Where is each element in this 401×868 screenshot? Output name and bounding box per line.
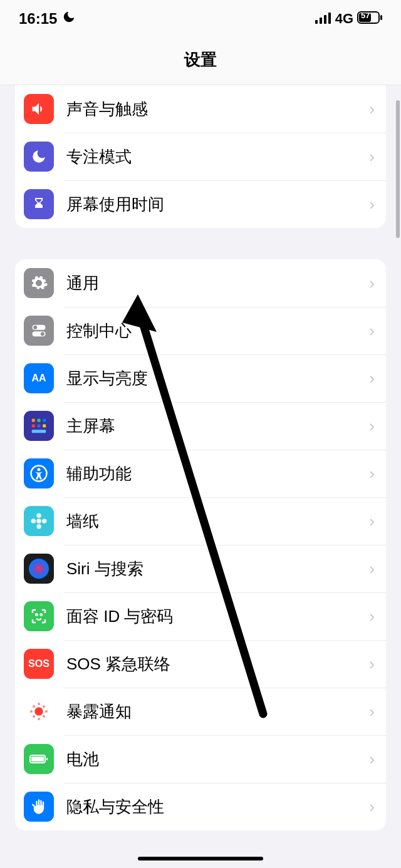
row-label: 墙纸 bbox=[66, 510, 369, 532]
scrollbar-thumb[interactable] bbox=[396, 100, 400, 238]
chevron-right-icon: › bbox=[369, 750, 375, 769]
row-siri[interactable]: Siri 与搜索 › bbox=[15, 545, 386, 592]
svg-rect-1 bbox=[320, 18, 322, 24]
svg-point-30 bbox=[38, 718, 40, 720]
text-size-icon: AA bbox=[24, 363, 54, 393]
flower-icon bbox=[24, 506, 54, 536]
network-label: 4G bbox=[335, 11, 353, 27]
svg-point-25 bbox=[29, 559, 49, 579]
svg-point-24 bbox=[42, 519, 47, 524]
row-label: 辅助功能 bbox=[66, 463, 369, 485]
svg-point-35 bbox=[33, 715, 35, 718]
status-bar: 16:15 4G 57 bbox=[0, 0, 401, 38]
svg-point-31 bbox=[30, 710, 33, 713]
svg-point-28 bbox=[34, 707, 43, 715]
chevron-right-icon: › bbox=[369, 559, 375, 579]
status-right: 4G 57 bbox=[315, 10, 382, 28]
row-sos[interactable]: SOS SOS 紧急联络 › bbox=[15, 640, 386, 688]
chevron-right-icon: › bbox=[369, 100, 375, 119]
row-homescreen[interactable]: 主屏幕 › bbox=[15, 402, 386, 450]
chevron-right-icon: › bbox=[369, 702, 375, 721]
svg-point-27 bbox=[41, 614, 43, 616]
svg-point-29 bbox=[38, 703, 40, 705]
accessibility-icon bbox=[24, 458, 54, 488]
row-label: 显示与亮度 bbox=[66, 368, 369, 390]
svg-rect-14 bbox=[32, 425, 35, 428]
status-time: 16:15 bbox=[19, 10, 57, 28]
sos-icon: SOS bbox=[24, 649, 54, 679]
row-battery[interactable]: 电池 › bbox=[15, 735, 386, 783]
row-sounds[interactable]: 声音与触感 › bbox=[15, 85, 386, 133]
row-display[interactable]: AA 显示与亮度 › bbox=[15, 354, 386, 402]
svg-rect-3 bbox=[328, 13, 331, 24]
chevron-right-icon: › bbox=[369, 797, 375, 817]
row-label: 控制中心 bbox=[66, 320, 369, 342]
chevron-right-icon: › bbox=[369, 512, 375, 531]
settings-scroll[interactable]: 声音与触感 › 专注模式 › 屏幕使用时间 › 通用 › bbox=[0, 85, 401, 853]
chevron-right-icon: › bbox=[369, 464, 375, 483]
moon-icon bbox=[24, 142, 54, 172]
row-label: 暴露通知 bbox=[66, 701, 369, 723]
svg-rect-6 bbox=[380, 15, 382, 20]
row-label: 面容 ID 与密码 bbox=[66, 606, 369, 628]
row-label: 声音与触感 bbox=[66, 98, 369, 120]
row-label: 隐私与安全性 bbox=[66, 796, 369, 818]
row-focus[interactable]: 专注模式 › bbox=[15, 133, 386, 180]
svg-point-19 bbox=[38, 468, 41, 471]
signal-icon bbox=[315, 10, 331, 28]
chevron-right-icon: › bbox=[369, 416, 375, 436]
focus-moon-icon bbox=[62, 10, 76, 28]
chevron-right-icon: › bbox=[369, 147, 375, 167]
speaker-icon bbox=[24, 94, 54, 124]
svg-rect-39 bbox=[46, 758, 48, 760]
status-left: 16:15 bbox=[19, 10, 76, 28]
svg-point-36 bbox=[43, 715, 45, 718]
exposure-icon bbox=[24, 696, 54, 726]
chevron-right-icon: › bbox=[369, 274, 375, 293]
svg-rect-13 bbox=[43, 419, 46, 422]
settings-group-1: 声音与触感 › 专注模式 › 屏幕使用时间 › bbox=[15, 85, 386, 228]
row-screentime[interactable]: 屏幕使用时间 › bbox=[15, 180, 386, 228]
svg-point-33 bbox=[33, 705, 35, 708]
battery-percent: 57 bbox=[361, 11, 370, 20]
hourglass-icon bbox=[24, 189, 54, 219]
home-indicator[interactable] bbox=[138, 857, 263, 860]
switches-icon bbox=[24, 316, 54, 346]
svg-rect-17 bbox=[32, 430, 46, 433]
row-exposure[interactable]: 暴露通知 › bbox=[15, 688, 386, 735]
row-label: 电池 bbox=[66, 748, 369, 770]
svg-rect-38 bbox=[31, 757, 44, 762]
battery-icon: 57 bbox=[357, 10, 382, 28]
hand-icon bbox=[24, 792, 54, 822]
chevron-right-icon: › bbox=[369, 654, 375, 674]
siri-icon bbox=[24, 554, 54, 584]
settings-group-2: 通用 › 控制中心 › AA 显示与亮度 › 主屏幕 › 辅助功能 bbox=[15, 259, 386, 830]
row-privacy[interactable]: 隐私与安全性 › bbox=[15, 783, 386, 830]
chevron-right-icon: › bbox=[369, 195, 375, 214]
svg-point-20 bbox=[36, 519, 41, 524]
battery-icon bbox=[24, 744, 54, 774]
svg-rect-0 bbox=[315, 20, 318, 24]
svg-point-8 bbox=[33, 326, 37, 329]
row-control-center[interactable]: 控制中心 › bbox=[15, 307, 386, 354]
svg-rect-12 bbox=[38, 419, 41, 422]
row-label: 通用 bbox=[66, 272, 369, 294]
grid-icon bbox=[24, 411, 54, 441]
row-faceid[interactable]: 面容 ID 与密码 › bbox=[15, 592, 386, 640]
svg-rect-15 bbox=[38, 425, 41, 428]
svg-point-32 bbox=[45, 710, 48, 713]
svg-rect-2 bbox=[324, 15, 326, 24]
svg-point-23 bbox=[31, 519, 36, 524]
chevron-right-icon: › bbox=[369, 369, 375, 388]
row-label: 专注模式 bbox=[66, 146, 369, 168]
row-label: SOS 紧急联络 bbox=[66, 653, 369, 675]
row-wallpaper[interactable]: 墙纸 › bbox=[15, 497, 386, 545]
row-general[interactable]: 通用 › bbox=[15, 259, 386, 307]
svg-point-22 bbox=[36, 524, 41, 529]
row-accessibility[interactable]: 辅助功能 › bbox=[15, 450, 386, 497]
chevron-right-icon: › bbox=[369, 321, 375, 341]
svg-rect-16 bbox=[43, 425, 46, 428]
svg-point-26 bbox=[36, 614, 38, 616]
svg-point-21 bbox=[36, 514, 41, 519]
row-label: 屏幕使用时间 bbox=[66, 194, 369, 215]
